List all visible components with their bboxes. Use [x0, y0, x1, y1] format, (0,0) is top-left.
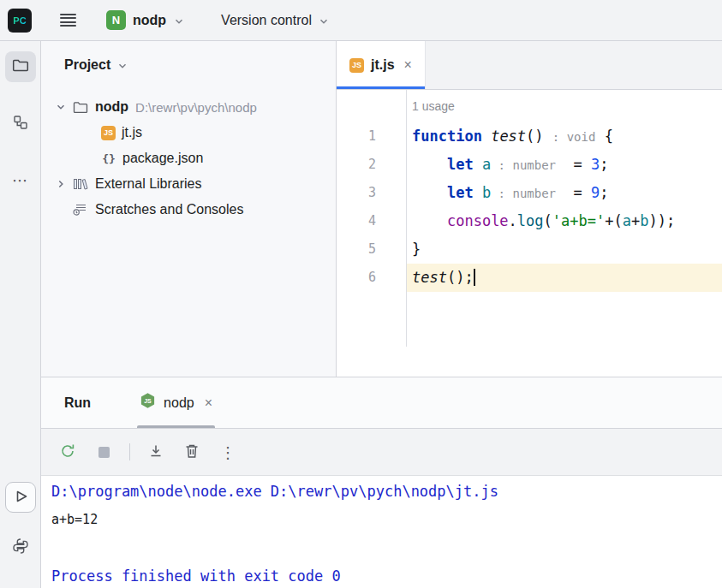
chevron-down-icon — [173, 15, 185, 27]
code-editor[interactable]: 1 usage 1function test() : void {2 let a… — [337, 90, 722, 376]
tree-item-label: nodp — [95, 99, 128, 115]
tool-window-stripe: ⋯ — [0, 41, 41, 588]
code-line-1[interactable]: 1function test() : void { — [337, 122, 722, 151]
main-menu-button[interactable] — [57, 9, 80, 32]
rerun-icon — [59, 442, 76, 462]
js-file-icon: JS — [349, 58, 364, 73]
console-line-system: Process finished with exit code 0 — [51, 562, 722, 588]
clear-console-button[interactable] — [180, 440, 204, 464]
console-line-blank — [51, 534, 722, 562]
code-line-2[interactable]: 2 let a : number = 3; — [337, 151, 722, 179]
code-line-5[interactable]: 5} — [337, 235, 722, 264]
js-file-icon: JS — [101, 126, 116, 140]
console-line-command: D:\program\node\node.exe D:\rewr\pv\pych… — [51, 478, 722, 506]
python-console-button[interactable] — [5, 532, 36, 562]
chevron-down-icon — [318, 15, 330, 27]
run-panel-header: Run JS nodp × — [41, 377, 722, 428]
project-badge: N — [106, 10, 126, 30]
project-tool-button[interactable] — [5, 51, 36, 82]
chevron-down-icon — [116, 60, 128, 72]
structure-tool-button[interactable] — [5, 108, 36, 139]
code-text: test(); — [406, 264, 722, 292]
tree-item-label: External Libraries — [95, 176, 202, 192]
project-panel-title: Project — [64, 57, 110, 73]
chevron-right-icon[interactable] — [50, 178, 72, 190]
editor-area: JS jt.js × 1 usage 1function test() : vo… — [337, 41, 722, 377]
run-tool-window: Run JS nodp × ⋮ D:\program\node\node.exe… — [41, 377, 722, 588]
svg-text:JS: JS — [144, 398, 152, 404]
project-panel: Project nodpD:\rewr\pv\pych\nodpJSjt.js{… — [41, 41, 337, 377]
run-tab-label: nodp — [164, 395, 194, 411]
code-text: let a : number = 3; — [406, 151, 722, 179]
gutter-separator — [406, 90, 407, 347]
close-run-tab-icon[interactable]: × — [205, 396, 212, 410]
line-number: 1 — [337, 122, 406, 151]
json-file-icon: {} — [101, 152, 116, 165]
folder-icon — [72, 101, 89, 114]
console-line-stdout: a+b=12 — [51, 506, 722, 534]
rerun-button[interactable] — [56, 440, 80, 464]
tree-item-package-json[interactable]: {}package.json — [41, 146, 336, 171]
line-number: 2 — [337, 151, 406, 179]
nodejs-icon: JS — [140, 392, 156, 413]
active-tab-underline — [137, 425, 215, 428]
close-tab-icon[interactable]: × — [404, 58, 412, 72]
editor-tab-jt-js[interactable]: JS jt.js × — [337, 41, 426, 89]
tree-item-nodp[interactable]: nodpD:\rewr\pv\pych\nodp — [41, 94, 336, 120]
text-caret — [474, 269, 475, 286]
console-output[interactable]: D:\program\node\node.exe D:\rewr\pv\pych… — [41, 476, 722, 588]
logo-text: PC — [13, 15, 26, 26]
code-text: let b : number = 9; — [406, 179, 722, 207]
more-icon: ⋯ — [12, 171, 28, 189]
scroll-to-end-icon — [147, 442, 164, 462]
code-text: console.log('a+b='+(a+b)); — [406, 207, 722, 235]
run-tab-nodp[interactable]: JS nodp × — [128, 377, 224, 428]
code-text: function test() : void { — [406, 122, 722, 151]
code-line-4[interactable]: 4 console.log('a+b='+(a+b)); — [337, 207, 722, 235]
run-play-icon — [11, 487, 30, 508]
ide-window: PC N nodp Version control ⋯ — [0, 0, 722, 588]
toolbar-separator — [129, 443, 130, 460]
tree-item-jt-js[interactable]: JSjt.js — [41, 120, 336, 146]
editor-tab-bar: JS jt.js × — [337, 41, 722, 90]
structure-icon — [12, 114, 29, 134]
usage-inlay[interactable]: 1 usage — [406, 90, 722, 122]
code-line-3[interactable]: 3 let b : number = 9; — [337, 179, 722, 207]
python-console-icon — [11, 537, 30, 558]
line-number-spacer — [337, 90, 406, 122]
stop-icon — [98, 447, 110, 458]
folder-icon — [12, 58, 29, 75]
tree-item-label: Scratches and Consoles — [95, 202, 243, 217]
project-panel-header[interactable]: Project — [41, 41, 336, 89]
line-number: 5 — [337, 235, 406, 264]
code-line-6[interactable]: 6test(); — [337, 264, 722, 292]
line-number: 4 — [337, 207, 406, 235]
project-name: nodp — [133, 13, 166, 28]
tree-item-label: package.json — [122, 151, 203, 166]
tree-item-external-libraries[interactable]: External Libraries — [41, 171, 336, 197]
tree-item-path: D:\rewr\pv\pych\nodp — [135, 100, 257, 115]
library-icon — [72, 177, 89, 191]
kebab-menu-icon: ⋮ — [220, 443, 236, 461]
version-control-widget[interactable]: Version control — [221, 13, 330, 28]
run-tool-button[interactable] — [5, 482, 36, 513]
tree-item-label: jt.js — [122, 125, 142, 140]
line-number: 3 — [337, 179, 406, 207]
editor-tab-label: jt.js — [371, 57, 395, 73]
tree-item-scratches-and-consoles[interactable]: Scratches and Consoles — [41, 197, 336, 223]
project-tree: nodpD:\rewr\pv\pych\nodpJSjt.js{}package… — [41, 89, 336, 223]
chevron-down-icon[interactable] — [50, 101, 72, 113]
stop-button[interactable] — [92, 440, 116, 464]
project-widget[interactable]: N nodp — [106, 10, 185, 30]
usage-inlay-row: 1 usage — [337, 90, 722, 122]
trash-icon — [184, 442, 200, 462]
more-options-button[interactable]: ⋮ — [216, 440, 240, 464]
run-toolbar: ⋮ — [41, 428, 722, 476]
scroll-to-end-button[interactable] — [144, 440, 168, 464]
more-tools-button[interactable]: ⋯ — [5, 164, 36, 195]
code-text: } — [406, 235, 722, 264]
pycharm-logo[interactable]: PC — [8, 9, 32, 33]
line-number: 6 — [337, 264, 406, 292]
scratches-icon — [72, 203, 89, 217]
version-control-label: Version control — [221, 13, 312, 28]
